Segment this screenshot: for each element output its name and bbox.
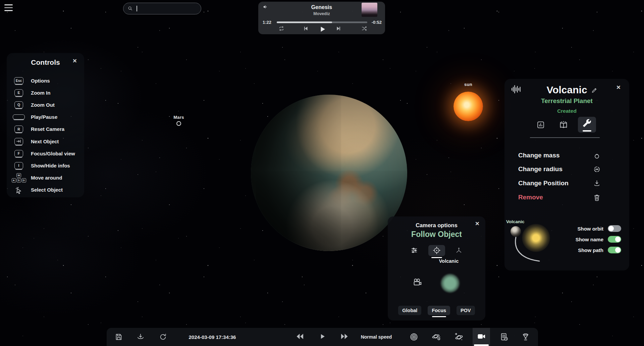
search-icon: [127, 6, 133, 11]
music-player: Genesis Movediz 1:22 -0:52: [258, 2, 385, 34]
show-orbit-toggle[interactable]: [608, 225, 621, 232]
sliders-icon: [410, 246, 418, 254]
change-radius-row[interactable]: Change radius: [518, 164, 601, 174]
camera-mode-label: Follow Object: [388, 230, 485, 239]
section-divider: [530, 137, 600, 138]
tab-stats[interactable]: [536, 120, 545, 129]
control-row-reset-camera: R Reset Camera: [7, 123, 84, 135]
control-row-select-object: Select Object: [7, 184, 84, 196]
spacebar-key-icon: [13, 114, 25, 119]
object-type: Terrestrial Planet: [504, 97, 629, 105]
orbits-button[interactable]: [410, 333, 419, 342]
i-key-icon: I: [14, 162, 23, 169]
wrench-icon: [583, 119, 591, 128]
q-key-icon: Q: [14, 101, 23, 108]
control-row-focus-global: F Focus/Global view: [7, 147, 84, 159]
speed-label: Normal speed: [361, 334, 392, 340]
tab-pov[interactable]: POV: [457, 306, 475, 315]
play-icon: [318, 25, 326, 33]
sun-label: sun: [464, 82, 472, 87]
create-planet-button[interactable]: [454, 332, 464, 342]
previous-icon: [303, 25, 309, 32]
play-button[interactable]: [318, 25, 326, 34]
search-bar[interactable]: [123, 3, 201, 14]
active-tool-underline: [474, 344, 489, 346]
preview-planet: [511, 226, 521, 237]
next-icon: [335, 25, 342, 32]
camera-settings-button[interactable]: [410, 246, 418, 254]
follow-target-button[interactable]: [432, 246, 441, 255]
rename-button[interactable]: [591, 87, 598, 94]
esc-key-icon: Esc: [14, 77, 24, 84]
sim-timestamp: 2024-03-09 17:34:36: [189, 334, 236, 340]
mars-marker[interactable]: [176, 121, 181, 126]
r-key-icon: R: [14, 126, 23, 133]
radius-icon: [593, 165, 601, 174]
change-mass-row[interactable]: Change mass: [518, 150, 601, 160]
tab-key-icon: [14, 138, 23, 145]
tab-info[interactable]: [559, 120, 568, 130]
download-button[interactable]: [137, 333, 145, 341]
orbit-rings-icon: [410, 333, 419, 342]
shuffle-button[interactable]: [361, 25, 368, 32]
book-icon: [559, 120, 568, 130]
speed-up-button[interactable]: [340, 333, 349, 341]
object-status: Created: [504, 108, 629, 114]
pencil-icon: [591, 87, 598, 94]
show-orbit-row[interactable]: Show orbit: [578, 225, 622, 232]
previous-track-button[interactable]: [303, 25, 309, 33]
progress-bar[interactable]: [277, 21, 367, 23]
reload-button[interactable]: [159, 333, 167, 341]
menu-button[interactable]: [4, 4, 13, 11]
record-button[interactable]: [477, 332, 486, 342]
axis-icon: [455, 246, 463, 254]
mars-label: Mars: [173, 115, 184, 120]
tab-focus[interactable]: Focus: [428, 306, 450, 315]
hamburger-icon: [4, 4, 13, 5]
show-name-row[interactable]: Show name: [576, 236, 621, 243]
control-row-infos: I Show/Hide infos: [7, 159, 84, 171]
object-name: Volcanic: [504, 84, 629, 96]
control-row-zoom-in: E Zoom In: [7, 87, 84, 99]
change-position-row[interactable]: Change Position: [518, 178, 601, 188]
focused-object-glow: [441, 274, 460, 293]
object-panel: Volcanic × Terrestrial Planet Created: [504, 79, 629, 270]
bar-chart-icon: [536, 120, 545, 129]
planet-moons-icon: [432, 332, 441, 342]
repeat-button[interactable]: [278, 25, 285, 32]
show-name-toggle[interactable]: [608, 236, 621, 243]
close-icon[interactable]: ×: [616, 84, 621, 91]
logs-button[interactable]: [500, 333, 509, 342]
shuffle-icon: [361, 25, 368, 32]
next-track-button[interactable]: [335, 25, 342, 33]
tab-global[interactable]: Global: [398, 306, 421, 315]
bottom-toolbar: 2024-03-09 17:34:36 Normal speed: [107, 328, 538, 346]
show-path-row[interactable]: Show path: [578, 247, 621, 253]
refresh-icon: [159, 333, 167, 341]
play-sim-icon: [319, 333, 326, 340]
cinematic-camera-button[interactable]: [412, 278, 422, 288]
e-key-icon: E: [14, 89, 23, 96]
sun-object[interactable]: [453, 92, 483, 121]
close-icon[interactable]: ×: [475, 220, 479, 227]
camera-mode-tabs: Global Focus POV: [388, 306, 485, 315]
download-icon: [137, 333, 145, 341]
report-clock-icon: [500, 333, 509, 342]
save-button[interactable]: [115, 333, 123, 341]
moons-button[interactable]: [432, 332, 441, 342]
planet-volcanic[interactable]: [251, 95, 407, 251]
progress-fill: [277, 21, 332, 23]
show-path-toggle[interactable]: [608, 247, 621, 253]
achievements-button[interactable]: [521, 333, 530, 342]
close-icon[interactable]: ×: [73, 57, 77, 64]
slow-down-button[interactable]: [296, 333, 304, 341]
control-row-move-around: W A S D Move around: [7, 172, 84, 184]
control-row-play-pause: Play/Pause: [7, 111, 84, 123]
remove-row[interactable]: Remove: [518, 192, 601, 202]
tab-edit[interactable]: [583, 119, 591, 129]
axis-view-button[interactable]: [455, 246, 463, 254]
play-pause-button[interactable]: [319, 333, 326, 341]
control-row-options: Esc Options: [7, 75, 84, 87]
control-row-next-object: Next Object: [7, 135, 84, 147]
cursor-icon: [15, 186, 23, 194]
